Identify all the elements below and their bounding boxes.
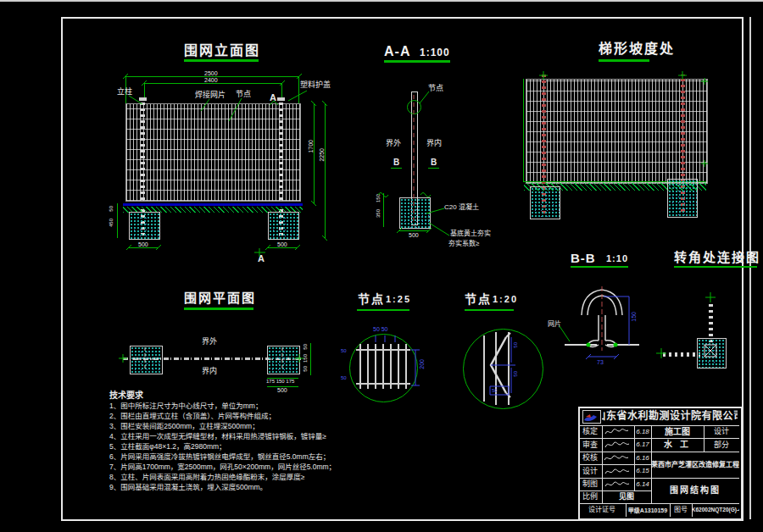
dim-line-right-1: [314, 103, 315, 203]
slope-title-underline: [599, 59, 649, 62]
row-label-design: 设计: [578, 464, 602, 478]
dim-line-2400: [144, 83, 282, 84]
dim-text-2400: 2400: [204, 77, 218, 83]
tech-note-line: 1、图中所标注尺寸为中心线尺寸，单位为mm；: [109, 401, 402, 411]
aa-label-node: 节点: [428, 85, 443, 92]
node20-wire: [508, 332, 510, 405]
project-name: 莱西市产芝灌区改造修复工程: [651, 452, 739, 478]
aa-foundation: [399, 197, 431, 229]
tech-note-line: 6、片网采用高强度冷拔热镀锌钢丝电焊成型，钢丝直径5.0mm左右；: [109, 452, 402, 462]
section-marker-b-right: B: [431, 158, 437, 167]
node25-bar: [382, 344, 384, 389]
tech-note-line: 7、片网高1700mm，宽2500mm，网孔50×200mm，网片丝径5.0mm…: [109, 462, 402, 472]
plan-foundation-right: [267, 346, 300, 374]
plan-title-underline: [184, 308, 253, 310]
aa-label-outside: 界外: [386, 140, 401, 147]
node20-dim-bottom: 50: [492, 388, 498, 393]
node20-scale: 1:20: [493, 295, 518, 304]
cad-drawing-canvas: 围网立面图 2500 2400 立柱 焊接网片 节点 A 塑料护盖 500 50…: [0, 0, 763, 532]
slope-left-edge: [523, 79, 524, 182]
dim-text-left-1: 50: [109, 206, 114, 212]
dim-line-found-left: [129, 247, 159, 248]
dim-text-right-1: 1700: [308, 140, 314, 153]
post-cap-left: [139, 97, 147, 101]
post-cap-right: [277, 97, 285, 101]
elevation-mesh-panel: [125, 103, 301, 202]
dim-text-500-left: 500: [138, 241, 148, 247]
aa-label-inside: 界内: [426, 140, 442, 147]
tech-notes: 技术要求 1、图中所标注尺寸为中心线尺寸，单位为mm； 2、围栏由直埋式立柱（含…: [109, 391, 402, 492]
row-label-review: 审查: [578, 438, 602, 452]
node25-bar: [375, 344, 376, 389]
plan-label-outside: 界外: [202, 338, 217, 346]
row-label-check: 校核: [578, 452, 602, 464]
corner-title-underline: [674, 266, 757, 268]
plan-foundation-left: [130, 346, 163, 374]
node25-dim-right: 200: [419, 359, 425, 369]
dim-line-found-right: [268, 247, 298, 248]
aa-dim-text-500: 500: [409, 232, 419, 238]
node20-dim-right-2: 50: [513, 371, 518, 377]
corner-mesh-horizontal: [663, 352, 700, 357]
node25-title: 节点: [358, 293, 385, 305]
node20-detail-circle: [463, 329, 543, 409]
marker-b-right-tick: [428, 168, 439, 169]
slope-foundation-right: [667, 179, 698, 218]
dim-line-right-2: [325, 103, 326, 238]
drawing-title: 围网结构图: [651, 478, 739, 503]
aa-dim-text-left-2: 350: [376, 209, 381, 218]
aa-dim-line-left: [383, 193, 384, 227]
plan-dim-right-2: 150: [303, 354, 308, 363]
node20-wire: [483, 335, 485, 402]
dim-text-2500: 2500: [204, 70, 218, 76]
label-plastic-cap: 塑料护盖: [300, 81, 331, 89]
tech-notes-heading: 技术要求: [109, 391, 402, 401]
stage-right-cell: 设计: [704, 425, 739, 438]
section-aa-scale: 1:100: [420, 47, 450, 58]
plan-title: 围网平面图: [184, 291, 256, 304]
node25-dim-left-2: 50: [341, 375, 347, 380]
cert-label: 设计证号: [578, 503, 626, 517]
row-date: 6.18: [634, 425, 651, 438]
corner-mesh-vertical: [709, 302, 713, 342]
bb-dim-bottom: 73: [597, 359, 604, 365]
company-logo: [582, 410, 601, 424]
node20-title: 节点: [465, 293, 492, 305]
cert-value: 甲级A1310159: [626, 503, 670, 517]
node25-bar: [390, 344, 392, 389]
row-date: 6.17: [634, 438, 651, 452]
section-bb-underline: [571, 266, 628, 268]
discipline-cell: 水 工: [651, 438, 704, 452]
node20-dim-right-1: 50: [513, 342, 518, 348]
section-marker-a-bottom: A: [258, 254, 265, 263]
node25-bar: [359, 344, 361, 389]
node20-underline: [465, 309, 514, 311]
marker-b-left-tick: [391, 168, 402, 169]
row-date: 6.15: [634, 464, 651, 478]
node20-wire: [495, 332, 497, 405]
label-node: 节点: [236, 91, 251, 98]
elevation-title-underline: [184, 59, 259, 62]
node25-dim-top: 50 50: [373, 326, 388, 332]
node25-scale: 1:25: [386, 295, 411, 304]
drawing-frame-right-double-line: [749, 17, 751, 519]
plan-dim-split: 175 150 175: [266, 379, 294, 384]
dim-line-left: [117, 203, 118, 238]
aa-label-base-2: 夯实系数≥: [448, 241, 479, 247]
plan-dim-right-1: 50: [303, 344, 308, 350]
section-marker-b-left: B: [393, 158, 399, 167]
section-marker-a-top: A: [270, 93, 276, 103]
scale-value: 见图: [602, 490, 651, 503]
slope-title: 梯形坡度处: [599, 42, 675, 56]
node25-underline: [357, 309, 409, 311]
node25-dim-left-1: 50: [341, 348, 347, 353]
aa-label-concrete: C20 混凝土: [444, 204, 479, 211]
section-aa-title: A-A: [384, 45, 410, 58]
corner-title: 转角处连接图: [674, 251, 760, 263]
tech-note-line: 8、立柱、片网表面采用高附着力热固绝缘酯粉末，涂层厚度≥: [109, 472, 402, 482]
plan-dim-right-3: 50: [303, 366, 308, 372]
ground-line: [123, 203, 303, 206]
foundation-right: [268, 212, 299, 240]
section-bb-scale: 1:10: [606, 254, 628, 263]
dim-ext-line: [298, 76, 299, 103]
